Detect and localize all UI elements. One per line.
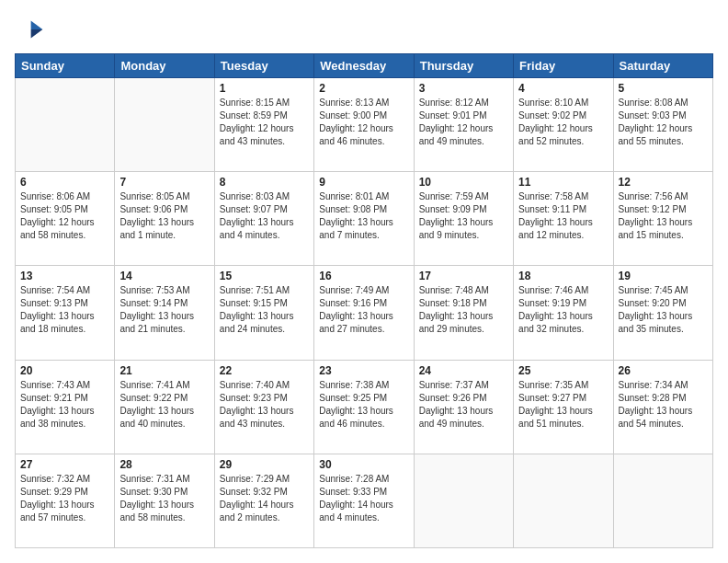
day-number: 6 [20,176,109,189]
calendar-cell: 29Sunrise: 7:29 AM Sunset: 9:32 PM Dayli… [214,454,313,547]
weekday-header-tuesday: Tuesday [214,54,313,78]
calendar-cell: 24Sunrise: 7:37 AM Sunset: 9:26 PM Dayli… [414,360,513,454]
calendar-cell: 14Sunrise: 7:53 AM Sunset: 9:14 PM Dayli… [115,266,214,360]
calendar-cell: 8Sunrise: 8:03 AM Sunset: 9:07 PM Daylig… [214,172,313,266]
day-info: Sunrise: 8:03 AM Sunset: 9:07 PM Dayligh… [220,190,309,242]
calendar-cell: 17Sunrise: 7:48 AM Sunset: 9:18 PM Dayli… [414,266,513,360]
week-row-3: 13Sunrise: 7:54 AM Sunset: 9:13 PM Dayli… [16,266,713,360]
day-info: Sunrise: 7:35 AM Sunset: 9:27 PM Dayligh… [518,379,608,431]
day-number: 30 [319,458,408,471]
calendar-cell [514,454,613,547]
day-number: 15 [220,270,309,282]
weekday-header-row: SundayMondayTuesdayWednesdayThursdayFrid… [16,54,713,78]
logo-icon [15,15,44,44]
calendar-cell [16,78,115,172]
calendar-cell: 11Sunrise: 7:58 AM Sunset: 9:11 PM Dayli… [514,172,613,266]
day-number: 4 [518,82,608,95]
calendar-cell: 19Sunrise: 7:45 AM Sunset: 9:20 PM Dayli… [613,266,712,360]
calendar-cell: 6Sunrise: 8:06 AM Sunset: 9:05 PM Daylig… [16,172,115,266]
day-number: 10 [419,176,508,189]
day-info: Sunrise: 8:12 AM Sunset: 9:01 PM Dayligh… [419,97,508,148]
day-number: 29 [220,458,309,471]
day-info: Sunrise: 8:06 AM Sunset: 9:05 PM Dayligh… [20,190,109,242]
calendar-cell [613,454,712,547]
day-info: Sunrise: 7:29 AM Sunset: 9:32 PM Dayligh… [220,473,309,524]
day-info: Sunrise: 8:13 AM Sunset: 9:00 PM Dayligh… [319,97,408,148]
page: SundayMondayTuesdayWednesdayThursdayFrid… [0,0,728,563]
day-info: Sunrise: 7:45 AM Sunset: 9:20 PM Dayligh… [619,284,708,336]
day-info: Sunrise: 7:28 AM Sunset: 9:33 PM Dayligh… [319,473,408,524]
svg-marker-0 [31,20,43,29]
day-number: 1 [220,82,309,95]
calendar-cell: 26Sunrise: 7:34 AM Sunset: 9:28 PM Dayli… [613,360,712,454]
day-number: 9 [319,176,408,189]
day-number: 19 [619,270,708,282]
day-number: 28 [119,458,209,471]
day-number: 3 [419,82,508,95]
day-info: Sunrise: 8:10 AM Sunset: 9:02 PM Dayligh… [518,97,608,148]
day-number: 13 [20,270,109,282]
day-number: 23 [319,364,408,377]
calendar-cell: 10Sunrise: 7:59 AM Sunset: 9:09 PM Dayli… [414,172,513,266]
calendar-cell: 18Sunrise: 7:46 AM Sunset: 9:19 PM Dayli… [514,266,613,360]
day-number: 7 [119,176,209,189]
calendar-cell: 28Sunrise: 7:31 AM Sunset: 9:30 PM Dayli… [115,454,214,547]
logo [15,15,48,44]
weekday-header-thursday: Thursday [414,54,513,78]
day-number: 12 [619,176,708,189]
week-row-1: 1Sunrise: 8:15 AM Sunset: 8:59 PM Daylig… [16,78,713,172]
day-number: 17 [419,270,508,282]
day-info: Sunrise: 7:37 AM Sunset: 9:26 PM Dayligh… [419,379,508,431]
day-info: Sunrise: 7:56 AM Sunset: 9:12 PM Dayligh… [619,190,708,242]
calendar-cell: 16Sunrise: 7:49 AM Sunset: 9:16 PM Dayli… [314,266,414,360]
calendar-cell: 21Sunrise: 7:41 AM Sunset: 9:22 PM Dayli… [115,360,214,454]
calendar-cell: 30Sunrise: 7:28 AM Sunset: 9:33 PM Dayli… [314,454,414,547]
day-info: Sunrise: 7:31 AM Sunset: 9:30 PM Dayligh… [119,473,209,524]
calendar-cell: 4Sunrise: 8:10 AM Sunset: 9:02 PM Daylig… [514,78,613,172]
weekday-header-wednesday: Wednesday [314,54,414,78]
weekday-header-friday: Friday [514,54,613,78]
weekday-header-monday: Monday [115,54,214,78]
svg-marker-1 [31,29,43,39]
calendar-cell: 9Sunrise: 8:01 AM Sunset: 9:08 PM Daylig… [314,172,414,266]
calendar-cell: 25Sunrise: 7:35 AM Sunset: 9:27 PM Dayli… [514,360,613,454]
calendar-cell: 7Sunrise: 8:05 AM Sunset: 9:06 PM Daylig… [115,172,214,266]
calendar-cell: 23Sunrise: 7:38 AM Sunset: 9:25 PM Dayli… [314,360,414,454]
day-info: Sunrise: 8:05 AM Sunset: 9:06 PM Dayligh… [119,190,209,242]
day-number: 21 [119,364,209,377]
day-info: Sunrise: 7:38 AM Sunset: 9:25 PM Dayligh… [319,379,408,431]
week-row-5: 27Sunrise: 7:32 AM Sunset: 9:29 PM Dayli… [16,454,713,547]
calendar-cell: 22Sunrise: 7:40 AM Sunset: 9:23 PM Dayli… [214,360,313,454]
day-number: 24 [419,364,508,377]
day-info: Sunrise: 7:58 AM Sunset: 9:11 PM Dayligh… [518,190,608,242]
day-info: Sunrise: 7:51 AM Sunset: 9:15 PM Dayligh… [220,284,309,336]
day-info: Sunrise: 7:41 AM Sunset: 9:22 PM Dayligh… [119,379,209,431]
calendar-table: SundayMondayTuesdayWednesdayThursdayFrid… [15,53,713,548]
weekday-header-saturday: Saturday [613,54,712,78]
day-number: 11 [518,176,608,189]
weekday-header-sunday: Sunday [16,54,115,78]
calendar-cell: 27Sunrise: 7:32 AM Sunset: 9:29 PM Dayli… [16,454,115,547]
day-number: 27 [20,458,109,471]
day-number: 16 [319,270,408,282]
day-info: Sunrise: 7:34 AM Sunset: 9:28 PM Dayligh… [619,379,708,431]
day-info: Sunrise: 7:53 AM Sunset: 9:14 PM Dayligh… [119,284,209,336]
calendar-cell: 15Sunrise: 7:51 AM Sunset: 9:15 PM Dayli… [214,266,313,360]
calendar-cell: 2Sunrise: 8:13 AM Sunset: 9:00 PM Daylig… [314,78,414,172]
day-number: 25 [518,364,608,377]
day-info: Sunrise: 7:46 AM Sunset: 9:19 PM Dayligh… [518,284,608,336]
calendar-cell: 1Sunrise: 8:15 AM Sunset: 8:59 PM Daylig… [214,78,313,172]
header [15,15,713,44]
day-info: Sunrise: 7:32 AM Sunset: 9:29 PM Dayligh… [20,473,109,524]
calendar-cell [414,454,513,547]
day-number: 2 [319,82,408,95]
calendar-cell [115,78,214,172]
day-info: Sunrise: 7:48 AM Sunset: 9:18 PM Dayligh… [419,284,508,336]
calendar-cell: 20Sunrise: 7:43 AM Sunset: 9:21 PM Dayli… [16,360,115,454]
day-number: 26 [619,364,708,377]
week-row-2: 6Sunrise: 8:06 AM Sunset: 9:05 PM Daylig… [16,172,713,266]
day-info: Sunrise: 7:43 AM Sunset: 9:21 PM Dayligh… [20,379,109,431]
day-number: 18 [518,270,608,282]
calendar-cell: 13Sunrise: 7:54 AM Sunset: 9:13 PM Dayli… [16,266,115,360]
day-info: Sunrise: 7:49 AM Sunset: 9:16 PM Dayligh… [319,284,408,336]
